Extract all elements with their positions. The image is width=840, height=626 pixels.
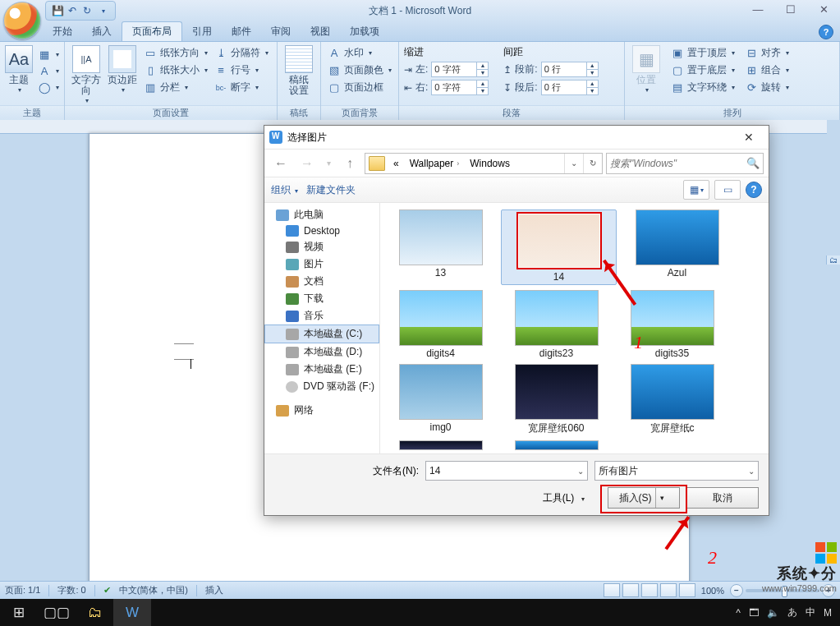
spacing-after-input[interactable]: ▲▼ — [541, 80, 599, 95]
file-list[interactable]: 13 14 Azul digits4 digits23 digits35 img… — [380, 203, 769, 453]
nav-up-button[interactable]: ↑ — [338, 152, 361, 175]
file-digits4[interactable]: digits4 — [385, 290, 496, 359]
filename-combo[interactable]: 14 ⌄ — [425, 461, 588, 481]
cancel-button[interactable]: 取消 — [686, 487, 759, 509]
explorer-button[interactable]: 🗂 — [76, 599, 113, 626]
help-icon[interactable]: ? — [819, 25, 833, 39]
filter-combo[interactable]: 所有图片 ⌄ — [594, 461, 759, 481]
tray-ime-jp[interactable]: あ — [787, 605, 797, 619]
dialog-help-icon[interactable]: ? — [746, 182, 762, 198]
bring-front-button[interactable]: ▣置于顶层▾ — [669, 45, 737, 61]
tree-desktop[interactable]: Desktop — [264, 223, 379, 238]
tree-dvd[interactable]: DVD 驱动器 (F:) — [264, 378, 379, 395]
search-box[interactable]: 🔍 — [606, 153, 764, 174]
nav-history-dropdown[interactable]: ▾ — [322, 152, 335, 175]
group-button[interactable]: ⊞组合▾ — [743, 62, 791, 78]
status-page[interactable]: 页面: 1/1 — [5, 584, 40, 596]
file-digits23[interactable]: digits23 — [501, 290, 612, 359]
indent-right-input[interactable]: ▲▼ — [431, 80, 489, 95]
zoom-slider[interactable] — [746, 589, 819, 592]
align-button[interactable]: ⊟对齐▾ — [743, 45, 791, 61]
spacing-before-input[interactable]: ▲▼ — [541, 62, 599, 77]
view-print-layout[interactable] — [604, 583, 620, 597]
tray-ime-m[interactable]: M — [824, 607, 832, 619]
tray-up-icon[interactable]: ^ — [736, 607, 741, 619]
indent-left-input[interactable]: ▲▼ — [431, 62, 489, 77]
tree-pictures[interactable]: 图片 — [264, 255, 379, 273]
watermark-button[interactable]: A水印▾ — [326, 45, 393, 61]
file-14[interactable]: 14 — [501, 209, 617, 285]
tab-addins[interactable]: 加载项 — [340, 22, 389, 41]
undo-icon[interactable]: ↶ — [66, 4, 79, 17]
nav-back-button[interactable]: ← — [269, 152, 292, 175]
status-mode[interactable]: 插入 — [205, 584, 223, 596]
send-back-button[interactable]: ▢置于底层▾ — [669, 62, 737, 78]
tray-ime-cn[interactable]: 中 — [806, 605, 815, 619]
tree-videos[interactable]: 视频 — [264, 238, 379, 255]
zoom-percent[interactable]: 100% — [701, 586, 724, 596]
tree-drive-c[interactable]: 本地磁盘 (C:) — [264, 325, 379, 343]
view-draft[interactable] — [679, 583, 695, 597]
tab-mailings[interactable]: 邮件 — [222, 22, 261, 41]
breaks-button[interactable]: ⤓分隔符▾ — [213, 45, 270, 61]
dialog-titlebar[interactable]: 选择图片 ✕ — [264, 126, 769, 150]
file-13[interactable]: 13 — [385, 209, 496, 285]
status-proof-icon[interactable]: ✔ — [103, 585, 111, 596]
word-taskbar-button[interactable]: W — [113, 599, 151, 626]
redo-icon[interactable]: ↻ — [80, 4, 94, 17]
taskview-button[interactable]: ▢▢ — [38, 599, 76, 626]
tab-pagelayout[interactable]: 页面布局 — [122, 21, 182, 41]
file-widec[interactable]: 宽屏壁纸c — [617, 364, 728, 435]
status-words[interactable]: 字数: 0 — [57, 584, 85, 596]
search-icon[interactable]: 🔍 — [743, 157, 763, 169]
insert-button[interactable]: 插入(S) ▾ — [608, 487, 680, 509]
tree-downloads[interactable]: 下载 — [264, 290, 379, 307]
close-button[interactable]: ✕ — [807, 0, 840, 18]
tree-network[interactable]: 网络 — [264, 402, 379, 419]
theme-colors[interactable]: ▦▾ — [36, 47, 61, 62]
linenum-button[interactable]: ≡行号▾ — [213, 62, 270, 78]
breadcrumb-pre[interactable]: « — [388, 154, 405, 173]
zoom-in-button[interactable]: + — [822, 584, 835, 597]
address-bar[interactable]: « Wallpaper› Windows ⌄ ↻ — [365, 153, 603, 174]
pagecolor-button[interactable]: ▧页面颜色▾ — [326, 62, 393, 78]
zoom-out-button[interactable]: − — [730, 584, 743, 597]
office-button[interactable] — [3, 2, 41, 39]
start-button[interactable]: ⊞ — [0, 599, 38, 626]
preview-pane-button[interactable]: ▭ — [714, 180, 741, 200]
tree-documents[interactable]: 文档 — [264, 273, 379, 290]
tray-volume-icon[interactable]: 🔈 — [767, 607, 779, 619]
view-options-button[interactable]: ▦▾ — [683, 180, 709, 200]
tools-button[interactable]: 工具(L) ▾ — [543, 491, 585, 505]
tree-drive-d[interactable]: 本地磁盘 (D:) — [264, 343, 379, 361]
organize-button[interactable]: 组织 ▾ — [271, 183, 298, 197]
maximize-button[interactable]: ☐ — [774, 0, 807, 18]
margins-button[interactable]: 页边距▾ — [106, 45, 139, 94]
breadcrumb-wallpaper[interactable]: Wallpaper› — [405, 154, 466, 173]
view-fullscreen[interactable] — [622, 583, 639, 597]
theme-fonts[interactable]: A▾ — [36, 63, 61, 78]
save-icon[interactable]: 💾 — [51, 4, 64, 17]
file-azul[interactable]: Azul — [622, 209, 732, 285]
nav-forward-button[interactable]: → — [296, 152, 319, 175]
tab-references[interactable]: 引用 — [182, 22, 222, 41]
nav-tree[interactable]: 此电脑 Desktop 视频 图片 文档 下载 音乐 本地磁盘 (C:) 本地磁… — [264, 203, 380, 453]
text-wrap-button[interactable]: ▤文字环绕▾ — [669, 80, 737, 95]
size-button[interactable]: ▯纸张大小▾ — [142, 62, 209, 78]
theme-button[interactable]: Aa 主题 ▾ — [5, 45, 33, 94]
side-toolbox[interactable]: 🗂 — [826, 255, 840, 265]
text-direction-button[interactable]: ||A 文字方向▾ — [70, 45, 103, 105]
pageborder-button[interactable]: ▢页面边框 — [326, 80, 393, 95]
tab-home[interactable]: 开始 — [43, 22, 82, 41]
breadcrumb-windows[interactable]: Windows — [465, 154, 516, 173]
tree-music[interactable]: 音乐 — [264, 307, 379, 325]
tray-battery-icon[interactable]: 🗔 — [749, 607, 759, 619]
file-extra2[interactable] — [501, 440, 612, 452]
tree-this-pc[interactable]: 此电脑 — [264, 206, 379, 223]
search-input[interactable] — [607, 158, 743, 169]
view-outline[interactable] — [660, 583, 677, 597]
status-lang[interactable]: 中文(简体，中国) — [119, 584, 188, 596]
manuscript-button[interactable]: 稿纸 设置 — [282, 45, 315, 96]
rotate-button[interactable]: ⟳旋转▾ — [743, 80, 791, 95]
file-img0[interactable]: img0 — [385, 364, 496, 435]
